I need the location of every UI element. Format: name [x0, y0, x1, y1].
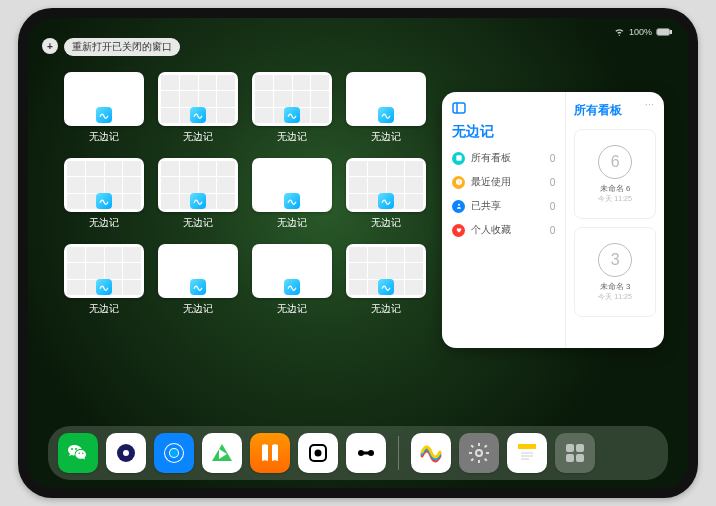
freeform-icon — [190, 107, 206, 123]
svg-rect-20 — [361, 452, 371, 455]
ipad-device: 100% + 重新打开已关闭的窗口 无边记无边记无边记无边记无边记无边记无边记无… — [18, 8, 698, 498]
app-thumbnail — [158, 244, 238, 298]
freeform-icon — [284, 279, 300, 295]
board-caption: 未命名 6今天 11:25 — [598, 184, 631, 203]
app-thumbnail — [64, 72, 144, 126]
app-tile[interactable]: 无边记 — [346, 72, 426, 146]
dock-quark-icon[interactable] — [106, 433, 146, 473]
freeform-icon — [96, 279, 112, 295]
app-tile[interactable]: 无边记 — [64, 244, 144, 318]
nav-count: 0 — [550, 201, 556, 212]
freeform-icon — [190, 279, 206, 295]
svg-point-9 — [123, 450, 129, 456]
freeform-icon — [96, 107, 112, 123]
app-tile[interactable]: 无边记 — [158, 72, 238, 146]
sidebar-icon — [452, 102, 555, 117]
nav-item[interactable]: 已共享0 — [452, 199, 555, 213]
nav-count: 0 — [550, 177, 556, 188]
nav-item[interactable]: 所有看板0 — [452, 151, 555, 165]
screen: 100% + 重新打开已关闭的窗口 无边记无边记无边记无边记无边记无边记无边记无… — [28, 18, 688, 488]
app-thumbnail — [346, 244, 426, 298]
app-thumbnail — [158, 158, 238, 212]
dock-wechat-icon[interactable] — [58, 433, 98, 473]
app-tile[interactable]: 无边记 — [252, 158, 332, 232]
board-card[interactable]: 6未命名 6今天 11:25 — [574, 129, 656, 219]
dock-books-icon[interactable] — [250, 433, 290, 473]
wifi-icon — [614, 28, 625, 36]
app-tile[interactable]: 无边记 — [252, 72, 332, 146]
svg-rect-22 — [518, 444, 536, 449]
nav-icon — [452, 224, 465, 237]
app-tile[interactable]: 无边记 — [158, 244, 238, 318]
freeform-sidebar-panel: ··· 无边记 所有看板0最近使用0已共享0个人收藏0 所有看板 6未命名 6今… — [442, 92, 664, 348]
nav-item[interactable]: 最近使用0 — [452, 175, 555, 189]
app-thumbnail — [346, 72, 426, 126]
svg-point-7 — [458, 204, 460, 206]
panel-left: 无边记 所有看板0最近使用0已共享0个人收藏0 — [442, 92, 566, 348]
app-thumbnail — [64, 158, 144, 212]
board-caption: 未命名 3今天 11:25 — [598, 282, 631, 301]
svg-rect-29 — [566, 454, 574, 462]
app-tile[interactable]: 无边记 — [346, 158, 426, 232]
freeform-icon — [190, 193, 206, 209]
dock-settings-icon[interactable] — [459, 433, 499, 473]
app-tile-label: 无边记 — [252, 302, 332, 316]
dock-qqbrowser-icon[interactable] — [154, 433, 194, 473]
boards-list: 6未命名 6今天 11:253未命名 3今天 11:25 — [574, 129, 656, 317]
app-tile[interactable]: 无边记 — [346, 244, 426, 318]
dock-notes-icon[interactable] — [507, 433, 547, 473]
freeform-icon — [378, 193, 394, 209]
app-tile-label: 无边记 — [158, 130, 238, 144]
app-tile[interactable]: 无边记 — [64, 72, 144, 146]
panel-right-title: 所有看板 — [574, 102, 656, 119]
status-right: 100% — [614, 27, 672, 37]
dock-freeform-icon[interactable] — [411, 433, 451, 473]
dock-connect-icon[interactable] — [346, 433, 386, 473]
app-thumbnail — [346, 158, 426, 212]
overflow-icon[interactable]: ··· — [645, 98, 654, 110]
app-tile[interactable]: 无边记 — [64, 158, 144, 232]
svg-rect-1 — [658, 30, 669, 35]
app-thumbnail — [252, 72, 332, 126]
panel-nav-list: 所有看板0最近使用0已共享0个人收藏0 — [452, 151, 555, 237]
nav-label: 所有看板 — [471, 151, 511, 165]
nav-count: 0 — [550, 153, 556, 164]
freeform-icon — [284, 107, 300, 123]
panel-title: 无边记 — [452, 123, 555, 141]
app-tile[interactable]: 无边记 — [158, 158, 238, 232]
app-tile-label: 无边记 — [64, 130, 144, 144]
svg-point-21 — [476, 450, 482, 456]
nav-icon — [452, 152, 465, 165]
app-tile[interactable]: 无边记 — [252, 244, 332, 318]
freeform-icon — [96, 193, 112, 209]
nav-icon — [452, 200, 465, 213]
board-sketch: 3 — [598, 243, 632, 277]
dock-library-icon[interactable] — [555, 433, 595, 473]
board-card[interactable]: 3未命名 3今天 11:25 — [574, 227, 656, 317]
app-tile-label: 无边记 — [158, 216, 238, 230]
reopen-closed-window-button[interactable]: 重新打开已关闭的窗口 — [64, 38, 180, 56]
board-sketch: 6 — [598, 145, 632, 179]
top-chips: + 重新打开已关闭的窗口 — [42, 38, 180, 56]
svg-rect-27 — [566, 444, 574, 452]
app-tile-label: 无边记 — [252, 130, 332, 144]
app-tile-label: 无边记 — [252, 216, 332, 230]
nav-count: 0 — [550, 225, 556, 236]
svg-rect-3 — [453, 103, 465, 113]
app-thumbnail — [158, 72, 238, 126]
svg-rect-30 — [576, 454, 584, 462]
app-thumbnail — [252, 244, 332, 298]
new-window-button[interactable]: + — [42, 38, 58, 54]
dock-media-icon[interactable] — [202, 433, 242, 473]
nav-label: 已共享 — [471, 199, 501, 213]
app-switcher-grid: 无边记无边记无边记无边记无边记无边记无边记无边记无边记无边记无边记无边记 — [64, 72, 426, 318]
panel-right: 所有看板 6未命名 6今天 11:253未命名 3今天 11:25 — [566, 92, 664, 348]
app-tile-label: 无边记 — [346, 130, 426, 144]
dock-dice-icon[interactable] — [298, 433, 338, 473]
svg-rect-2 — [670, 30, 671, 33]
app-tile-label: 无边记 — [158, 302, 238, 316]
battery-icon — [656, 28, 672, 36]
nav-label: 最近使用 — [471, 175, 511, 189]
nav-label: 个人收藏 — [471, 223, 511, 237]
nav-item[interactable]: 个人收藏0 — [452, 223, 555, 237]
